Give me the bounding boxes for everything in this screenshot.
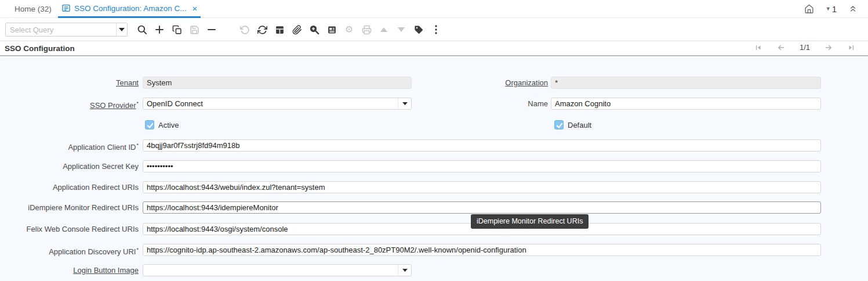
application-client-id-label: Application Client ID* [0,139,139,152]
toolbar: ⚙ [0,18,868,41]
default-checkbox-row: Default [554,120,591,130]
print-icon [361,24,372,35]
sso-provider-label[interactable]: SSO Provider* [0,98,139,110]
login-button-image-dropdown-button[interactable] [398,265,411,276]
window-count-dropdown[interactable]: ▼ 1 [826,4,837,14]
required-marker: * [136,142,139,148]
active-label: Active [158,121,179,129]
idempiere-monitor-redirect-uris-label: iDempiere Monitor Redirect URIs [0,201,139,214]
gear-icon: ⚙ [344,24,354,35]
caret-down-icon [396,24,406,35]
refresh-icon[interactable] [257,24,267,35]
undo-icon [239,24,250,35]
tab-home[interactable]: Home (32) [14,0,52,17]
organization-field[interactable] [551,77,821,89]
tab-bar: Home (32) SSO Configuration: Amazon C...… [0,0,868,18]
default-label: Default [568,121,591,129]
breadcrumb: SSO Configuration 1/1 [0,41,868,56]
plus-icon[interactable] [154,24,165,35]
login-button-image-label[interactable]: Login Button Image [0,264,139,276]
window-controls: ▼ 1 [804,0,858,17]
application-client-id-field[interactable] [143,139,821,152]
copy-icon[interactable] [172,24,182,35]
organization-label[interactable]: Organization [406,77,548,89]
caret-up-icon [379,24,389,35]
name-field[interactable] [551,98,821,110]
workspace-number: 1 [832,4,837,14]
application-secret-key-field[interactable] [143,160,821,172]
last-record-icon[interactable] [847,44,855,52]
home-icon[interactable] [804,4,814,14]
tenant-field[interactable] [143,77,412,89]
tab-home-label: Home (32) [14,5,52,13]
save-icon [189,24,199,35]
more-options-icon[interactable] [431,24,441,35]
select-query-dropdown-button[interactable] [116,23,127,36]
page-indicator: 1/1 [800,43,810,52]
tag-icon[interactable] [413,24,424,35]
application-discovery-uri-label: Application Discovery URI* [0,244,139,256]
login-button-image-field[interactable] [143,265,398,276]
felix-web-console-redirect-uris-label: Felix Web Console Redirect URIs [0,223,139,235]
login-button-image-combobox [143,264,412,276]
first-record-icon[interactable] [754,44,762,52]
page-title: SSO Configuration [5,44,75,53]
search-icon[interactable] [137,24,147,35]
required-marker: * [136,100,139,106]
tab-sso-label: SSO Configuration: Amazon C... [74,4,187,13]
select-query-combobox [5,23,128,37]
chevron-down-icon: ▼ [826,6,831,12]
tenant-label[interactable]: Tenant [0,77,139,89]
idempiere-window: Home (32) SSO Configuration: Amazon C...… [0,0,868,281]
next-record-icon[interactable] [824,44,833,52]
active-checkbox-row: Active [145,120,179,130]
zoom-across-icon[interactable] [309,24,319,35]
grid-toggle-icon[interactable] [274,24,285,35]
sso-provider-field[interactable] [143,98,398,109]
record-navigation: 1/1 [754,43,855,52]
attachment-icon[interactable] [292,24,302,35]
minus-icon[interactable] [206,24,217,35]
application-redirect-uris-label: Application Redirect URIs [0,181,139,193]
tab-sso-configuration[interactable]: SSO Configuration: Amazon C... × [58,0,201,18]
collapse-header-icon[interactable] [848,4,858,13]
sso-provider-combobox [143,98,412,110]
close-tab-icon[interactable]: × [193,4,198,13]
idempiere-monitor-redirect-uris-field[interactable] [143,201,821,214]
name-label: Name [406,98,548,110]
toolbar-buttons: ⚙ [137,23,441,37]
application-secret-key-label: Application Secret Key [0,160,139,172]
application-redirect-uris-field[interactable] [143,181,821,193]
select-query-input[interactable] [6,23,116,36]
sso-configuration-form: Tenant Organization SSO Provider* Name A… [0,57,868,281]
default-checkbox[interactable] [554,120,564,129]
field-tooltip: iDempiere Monitor Redirect URIs [471,214,589,229]
application-discovery-uri-field[interactable] [143,244,821,256]
required-marker: * [136,247,139,253]
chat-log-icon[interactable] [326,24,337,35]
active-checkbox[interactable] [145,120,154,129]
form-window-icon [61,3,71,13]
previous-record-icon[interactable] [776,44,786,52]
